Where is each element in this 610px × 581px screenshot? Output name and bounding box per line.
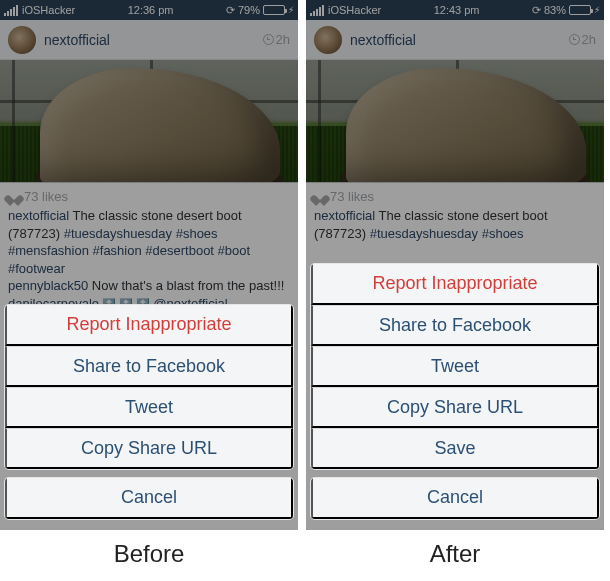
post-photo[interactable] — [306, 60, 604, 183]
post-meta: 73 likes nextofficial The classic stone … — [306, 183, 604, 246]
avatar[interactable] — [8, 26, 36, 54]
post-caption: nextofficial The classic stone desert bo… — [314, 207, 596, 242]
action-sheet-options: Report Inappropriate Share to Facebook T… — [310, 263, 600, 470]
post-photo[interactable] — [0, 60, 298, 183]
share-facebook-button[interactable]: Share to Facebook — [311, 305, 599, 346]
cancel-button[interactable]: Cancel — [5, 478, 293, 519]
post-timestamp: 2h — [569, 32, 596, 47]
post-username[interactable]: nextofficial — [44, 32, 263, 48]
status-bar: iOSHacker 12:43 pm ⟳ 83% ⚡︎ — [306, 0, 604, 20]
signal-bars-icon — [310, 5, 324, 16]
screenshot-before: iOSHacker 12:36 pm ⟳ 79% ⚡︎ nextofficial… — [0, 0, 298, 530]
report-button[interactable]: Report Inappropriate — [5, 305, 293, 346]
post-caption: nextofficial The classic stone desert bo… — [8, 207, 290, 277]
save-button[interactable]: Save — [311, 428, 599, 469]
post-header[interactable]: nextofficial 2h — [306, 20, 604, 60]
carrier-label: iOSHacker — [328, 4, 381, 16]
battery-icon — [569, 5, 591, 15]
report-button[interactable]: Report Inappropriate — [311, 264, 599, 305]
screenshot-after: iOSHacker 12:43 pm ⟳ 83% ⚡︎ nextofficial… — [306, 0, 604, 530]
clock-time: 12:43 pm — [381, 4, 532, 16]
battery-percent: 79% — [238, 4, 260, 16]
loading-icon: ⟳ — [226, 4, 235, 17]
action-sheet-cancel-group: Cancel — [310, 477, 600, 520]
likes-count[interactable]: 73 likes — [8, 189, 290, 204]
tweet-button[interactable]: Tweet — [311, 346, 599, 387]
cancel-button[interactable]: Cancel — [311, 478, 599, 519]
likes-count[interactable]: 73 likes — [314, 189, 596, 204]
post-meta: 73 likes nextofficial The classic stone … — [0, 183, 298, 316]
copy-url-button[interactable]: Copy Share URL — [5, 428, 293, 469]
post-header[interactable]: nextofficial 2h — [0, 20, 298, 60]
label-before: Before — [0, 530, 298, 574]
carrier-label: iOSHacker — [22, 4, 75, 16]
clock-time: 12:36 pm — [75, 4, 226, 16]
battery-percent: 83% — [544, 4, 566, 16]
heart-icon — [8, 191, 20, 202]
share-facebook-button[interactable]: Share to Facebook — [5, 346, 293, 387]
clock-icon — [569, 34, 580, 45]
charging-icon: ⚡︎ — [594, 5, 600, 15]
copy-url-button[interactable]: Copy Share URL — [311, 387, 599, 428]
clock-icon — [263, 34, 274, 45]
action-sheet-cancel-group: Cancel — [4, 477, 294, 520]
post-username[interactable]: nextofficial — [350, 32, 569, 48]
label-after: After — [306, 530, 604, 574]
post-comment: pennyblack50 Now that's a blast from the… — [8, 277, 290, 295]
tweet-button[interactable]: Tweet — [5, 387, 293, 428]
heart-icon — [314, 191, 326, 202]
status-bar: iOSHacker 12:36 pm ⟳ 79% ⚡︎ — [0, 0, 298, 20]
action-sheet: Report Inappropriate Share to Facebook T… — [4, 304, 294, 527]
charging-icon: ⚡︎ — [288, 5, 294, 15]
battery-icon — [263, 5, 285, 15]
signal-bars-icon — [4, 5, 18, 16]
avatar[interactable] — [314, 26, 342, 54]
action-sheet: Report Inappropriate Share to Facebook T… — [310, 263, 600, 527]
loading-icon: ⟳ — [532, 4, 541, 17]
post-timestamp: 2h — [263, 32, 290, 47]
action-sheet-options: Report Inappropriate Share to Facebook T… — [4, 304, 294, 470]
